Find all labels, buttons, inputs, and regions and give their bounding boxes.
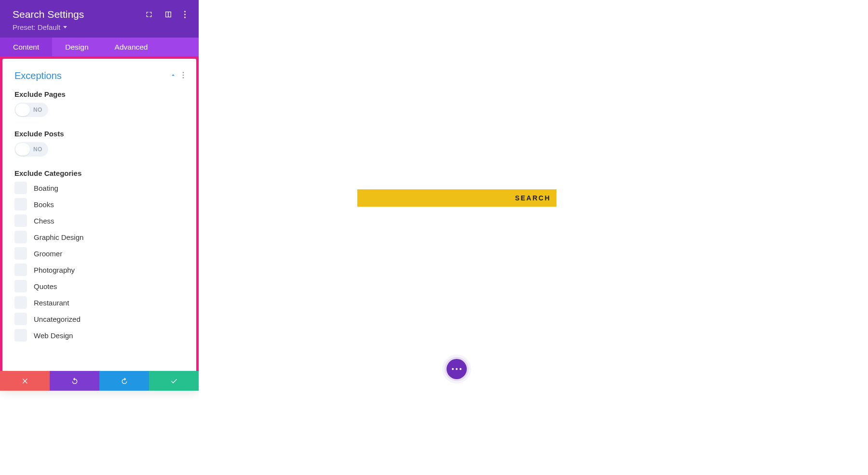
panel-header: Search Settings Preset: Default [0,0,199,38]
tab-advanced[interactable]: Advanced [102,38,161,56]
checkbox[interactable] [14,296,27,309]
exclude-posts-label: Exclude Posts [14,130,184,138]
category-label: Graphic Design [34,233,83,241]
canvas[interactable]: SEARCH [199,0,868,475]
redo-button[interactable] [99,371,149,391]
action-bar [0,371,199,391]
category-item[interactable]: Photography [14,264,184,276]
dots-icon [452,368,454,370]
tab-content[interactable]: Content [0,38,52,56]
category-item[interactable]: Boating [14,182,184,194]
category-label: Chess [34,217,54,225]
checkbox[interactable] [14,264,27,276]
category-label: Uncategorized [34,315,81,323]
exclude-pages-toggle[interactable]: NO [14,103,48,117]
checkbox[interactable] [14,247,27,260]
toggle-state: NO [33,106,42,113]
search-button-label: SEARCH [515,194,551,202]
checkbox[interactable] [14,182,27,194]
checkbox[interactable] [14,231,27,243]
category-item[interactable]: Graphic Design [14,231,184,243]
expand-icon[interactable] [145,11,153,18]
svg-point-0 [184,11,186,13]
category-list: Boating Books Chess Graphic Design [14,182,184,342]
search-module[interactable]: SEARCH [357,189,556,207]
toggle-thumb [15,143,30,156]
category-label: Quotes [34,282,57,290]
save-button[interactable] [149,371,199,391]
toggle-thumb [15,104,30,116]
exclude-categories-label: Exclude Categories [14,169,184,177]
tab-design[interactable]: Design [52,38,101,56]
category-item[interactable]: Restaurant [14,296,184,309]
preset-label: Preset: Default [13,23,60,31]
add-module-button[interactable] [447,359,467,379]
collapse-icon[interactable] [170,72,176,80]
section-title: Exceptions [14,70,62,81]
preset-selector[interactable]: Preset: Default [13,23,186,31]
category-item[interactable]: Uncategorized [14,313,184,325]
svg-point-2 [184,17,186,18]
section-more-icon[interactable] [182,71,184,81]
category-item[interactable]: Groomer [14,247,184,260]
category-label: Restaurant [34,299,69,307]
exclude-posts-toggle[interactable]: NO [14,142,48,157]
checkbox[interactable] [14,198,27,211]
category-label: Groomer [34,250,62,258]
category-item[interactable]: Books [14,198,184,211]
checkbox[interactable] [14,329,27,342]
svg-point-1 [184,14,186,15]
settings-panel: Search Settings Preset: Default Content … [0,0,199,391]
content-frame: Exceptions Exclude Pages NO [0,56,199,391]
checkbox[interactable] [14,280,27,292]
category-label: Photography [34,266,75,274]
undo-button[interactable] [50,371,99,391]
category-item[interactable]: Chess [14,214,184,227]
category-item[interactable]: Web Design [14,329,184,342]
caret-down-icon [63,26,67,28]
more-icon[interactable] [184,10,186,19]
toggle-state: NO [33,146,42,153]
checkbox[interactable] [14,214,27,227]
category-label: Web Design [34,331,73,340]
content-scroll[interactable]: Exceptions Exclude Pages NO [2,59,196,388]
exclude-pages-label: Exclude Pages [14,90,184,98]
panel-title: Search Settings [13,9,84,20]
svg-point-4 [183,74,184,76]
checkbox[interactable] [14,313,27,325]
category-label: Books [34,200,54,209]
svg-point-5 [183,77,184,79]
tab-bar: Content Design Advanced [0,38,199,56]
category-item[interactable]: Quotes [14,280,184,292]
cancel-button[interactable] [0,371,50,391]
svg-point-3 [183,72,184,73]
category-label: Boating [34,184,58,192]
panel-layout-icon[interactable] [164,11,172,18]
